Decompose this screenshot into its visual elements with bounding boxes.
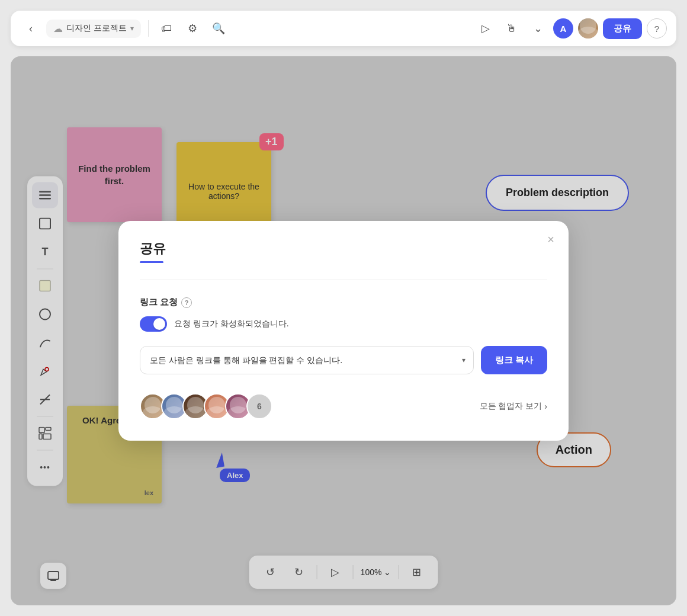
modal-title-underline	[140, 261, 163, 263]
copy-link-button[interactable]: 링크 복사	[481, 346, 547, 374]
modal-divider	[140, 280, 547, 280]
link-toggle[interactable]	[140, 316, 167, 332]
collab-avatar-5[interactable]	[225, 393, 251, 419]
project-pill[interactable]: ☁ 디자인 프로젝트 ▾	[46, 20, 141, 38]
cursor-button[interactable]: 🖱	[501, 18, 522, 39]
play-button[interactable]: ▷	[475, 18, 496, 39]
settings-button[interactable]: ⚙	[182, 18, 203, 39]
share-modal: × 공유 링크 요청 ? 요청 링크가 화성화되었습니다. 모든 사람은 링크를…	[118, 221, 569, 441]
user-avatar-photo[interactable]	[578, 18, 598, 38]
collaborators-row: 6 모든 협업자 보기 ›	[140, 393, 547, 419]
help-button[interactable]: ?	[647, 18, 667, 38]
chevron-down-icon: ▾	[130, 24, 134, 33]
modal-close-button[interactable]: ×	[547, 233, 554, 246]
link-row: 모든 사람은 링크를 통해 파일을 편집할 수 있습니다.모든 사람은 링크를 …	[140, 346, 547, 374]
toolbar-divider	[148, 20, 149, 37]
view-all-collaborators-link[interactable]: 모든 협업자 보기 ›	[480, 401, 547, 412]
project-name: 디자인 프로젝트	[66, 23, 127, 34]
canvas-area[interactable]: T ••• Find the problem first. How	[11, 56, 676, 605]
toolbar-left: ‹ ☁ 디자인 프로젝트 ▾ 🏷 ⚙ 🔍	[20, 18, 470, 39]
link-select-wrapper[interactable]: 모든 사람은 링크를 통해 파일을 편집할 수 있습니다.모든 사람은 링크를 …	[140, 346, 474, 374]
back-button[interactable]: ‹	[20, 18, 41, 39]
avatars-group: 6	[140, 393, 272, 419]
toggle-text: 요청 링크가 화성화되었습니다.	[174, 319, 289, 329]
dropdown-button[interactable]: ⌄	[527, 18, 548, 39]
cloud-icon: ☁	[53, 23, 63, 34]
help-tooltip-icon[interactable]: ?	[181, 297, 192, 308]
permission-select[interactable]: 모든 사람은 링크를 통해 파일을 편집할 수 있습니다.모든 사람은 링크를 …	[140, 346, 474, 374]
top-toolbar: ‹ ☁ 디자인 프로젝트 ▾ 🏷 ⚙ 🔍 ▷ 🖱 ⌄ A 공유 ?	[11, 11, 676, 46]
modal-overlay[interactable]: × 공유 링크 요청 ? 요청 링크가 화성화되었습니다. 모든 사람은 링크를…	[11, 56, 676, 605]
collab-count: 6	[246, 393, 272, 419]
link-section-label: 링크 요청 ?	[140, 297, 547, 308]
user-avatar-a[interactable]: A	[553, 18, 573, 38]
search-button[interactable]: 🔍	[208, 18, 229, 39]
share-button[interactable]: 공유	[603, 18, 642, 39]
toggle-row: 요청 링크가 화성화되었습니다.	[140, 316, 547, 332]
tag-button[interactable]: 🏷	[156, 18, 177, 39]
modal-title: 공유	[140, 240, 547, 258]
view-all-chevron-icon: ›	[544, 402, 547, 411]
toolbar-right: ▷ 🖱 ⌄ A 공유 ?	[475, 18, 667, 39]
